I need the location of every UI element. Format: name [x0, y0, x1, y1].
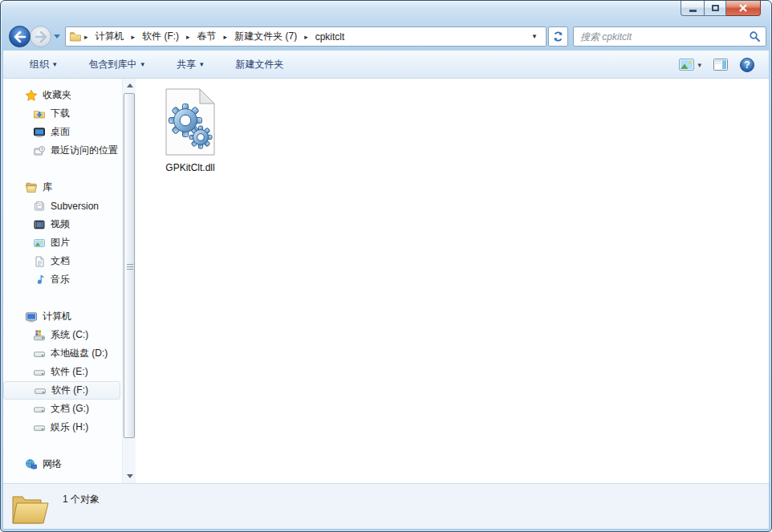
sidebar-item-label: 系统 (C:) [51, 328, 88, 342]
chevron-down-icon: ▾ [141, 60, 145, 68]
share-button[interactable]: 共享 ▾ [169, 55, 211, 75]
minimize-icon [689, 10, 697, 12]
organize-label: 组织 [30, 58, 49, 71]
maximize-button[interactable] [704, 1, 726, 16]
sidebar-item-videos[interactable]: 视频 [3, 215, 122, 234]
scrollbar-thumb[interactable] [124, 93, 135, 438]
sidebar-item-computer[interactable]: 计算机 [3, 307, 122, 326]
sidebar-item-documents[interactable]: 文档 [3, 252, 122, 270]
details-pane: 1 个对象 [3, 483, 769, 529]
sidebar-item-drive-f[interactable]: 软件 (F:) [3, 381, 120, 400]
library-icon [33, 200, 46, 213]
sidebar-item-label: 计算机 [43, 310, 71, 323]
sidebar-item-label: 音乐 [51, 273, 70, 286]
sidebar-item-label: 文档 (G:) [51, 402, 89, 416]
address-bar[interactable]: ▸ 计算机 ▸ 软件 (F:) ▸ 春节 ▸ 新建文件夹 (7) ▸ cpkit… [65, 26, 546, 47]
breadcrumb-item-new-folder-7[interactable]: 新建文件夹 (7) [230, 28, 302, 45]
breadcrumb-separator: ▸ [184, 33, 193, 41]
sidebar-item-recent-places[interactable]: 最近访问的位置 [3, 141, 122, 160]
downloads-icon [33, 108, 46, 120]
breadcrumb: ▸ 计算机 ▸ 软件 (F:) ▸ 春节 ▸ 新建文件夹 (7) ▸ cpkit… [82, 28, 528, 45]
share-label: 共享 [177, 58, 196, 71]
window-controls [681, 1, 761, 16]
sidebar-item-drive-d[interactable]: 本地磁盘 (D:) [3, 344, 122, 363]
chevron-down-icon: ▾ [200, 60, 204, 68]
network-icon [25, 458, 38, 471]
sidebar-item-subversion[interactable]: Subversion [3, 197, 122, 215]
sidebar-item-libraries[interactable]: 库 [3, 178, 122, 197]
star-icon [25, 89, 38, 102]
organize-button[interactable]: 组织 ▾ [22, 55, 64, 75]
close-button[interactable] [726, 1, 761, 16]
command-toolbar: 组织 ▾ 包含到库中 ▾ 共享 ▾ 新建文件夹 ▾ [3, 51, 769, 79]
scroll-up-button[interactable] [123, 79, 136, 92]
sidebar-item-label: 软件 (E:) [51, 365, 88, 379]
help-icon: ? [744, 59, 750, 71]
sidebar-gap [3, 437, 122, 455]
libraries-icon [25, 181, 38, 194]
scroll-down-icon [127, 474, 133, 478]
sidebar-item-label: 娱乐 (H:) [51, 420, 88, 434]
preview-pane-button[interactable] [713, 59, 728, 71]
sidebar-item-drive-h[interactable]: 娱乐 (H:) [3, 418, 122, 437]
sidebar-item-label: 本地磁盘 (D:) [51, 347, 108, 360]
sidebar-item-desktop[interactable]: 桌面 [3, 123, 122, 141]
view-controls: ▾ ? [679, 51, 754, 79]
sidebar-item-pictures[interactable]: 图片 [3, 234, 122, 252]
sidebar-item-drive-e[interactable]: 软件 (E:) [3, 363, 122, 381]
sidebar-item-label: 网络 [43, 457, 62, 471]
item-count-label: 1 个对象 [63, 493, 100, 506]
folder-icon [69, 30, 82, 43]
address-history-dropdown[interactable]: ▼ [528, 33, 541, 40]
folder-large-icon [9, 488, 54, 526]
scroll-down-button[interactable] [123, 469, 136, 483]
views-icon [679, 59, 694, 71]
change-view-button[interactable]: ▾ [679, 59, 701, 71]
sidebar-item-label: 视频 [51, 217, 70, 231]
back-arrow-icon [14, 31, 26, 43]
help-button[interactable]: ? [740, 58, 754, 72]
search-input[interactable] [579, 30, 749, 43]
drive-icon [34, 384, 47, 397]
breadcrumb-item-chunjie[interactable]: 春节 [193, 28, 221, 45]
breadcrumb-separator: ▸ [302, 33, 311, 41]
sidebar-item-drive-g[interactable]: 文档 (G:) [3, 400, 122, 418]
sidebar-item-label: Subversion [51, 201, 99, 212]
drive-icon [33, 347, 46, 360]
minimize-button[interactable] [681, 1, 704, 16]
dll-file-icon [164, 88, 217, 156]
search-icon[interactable] [749, 30, 761, 43]
title-bar[interactable] [1, 1, 771, 25]
documents-icon [33, 255, 46, 268]
breadcrumb-item-computer[interactable]: 计算机 [91, 28, 129, 45]
refresh-icon [552, 30, 564, 43]
forward-button[interactable] [30, 26, 51, 47]
include-in-library-button[interactable]: 包含到库中 ▾ [82, 55, 152, 75]
forward-arrow-icon [35, 31, 47, 43]
sidebar-item-label: 文档 [51, 254, 70, 268]
search-box [573, 26, 766, 47]
breadcrumb-item-drive-f[interactable]: 软件 (F:) [137, 28, 184, 45]
explorer-window: ▸ 计算机 ▸ 软件 (F:) ▸ 春节 ▸ 新建文件夹 (7) ▸ cpkit… [0, 0, 772, 532]
sidebar-item-network[interactable]: 网络 [3, 455, 122, 473]
new-folder-button[interactable]: 新建文件夹 [229, 55, 291, 75]
refresh-button[interactable] [548, 26, 568, 47]
sidebar-item-drive-c[interactable]: 系统 (C:) [3, 326, 122, 344]
sidebar-item-label: 图片 [51, 236, 70, 250]
file-list-view[interactable]: GPKitClt.dll [136, 79, 769, 483]
sidebar-item-downloads[interactable]: 下载 [3, 104, 122, 123]
computer-icon [25, 311, 38, 323]
pictures-icon [33, 237, 46, 250]
breadcrumb-separator: ▸ [82, 33, 91, 41]
breadcrumb-item-cpkitclt[interactable]: cpkitclt [311, 30, 350, 44]
sidebar-item-label: 收藏夹 [43, 88, 71, 102]
chevron-down-icon: ▾ [697, 61, 701, 69]
sidebar-item-favorites[interactable]: 收藏夹 [3, 86, 122, 104]
sidebar-item-label: 桌面 [51, 125, 70, 139]
file-item-gpkitclt-dll[interactable]: GPKitClt.dll [153, 88, 227, 173]
back-button[interactable] [9, 26, 30, 47]
sidebar-item-music[interactable]: 音乐 [3, 270, 122, 289]
include-in-library-label: 包含到库中 [89, 58, 137, 71]
recent-pages-dropdown[interactable] [54, 35, 60, 39]
sidebar-scrollbar[interactable] [122, 79, 136, 483]
